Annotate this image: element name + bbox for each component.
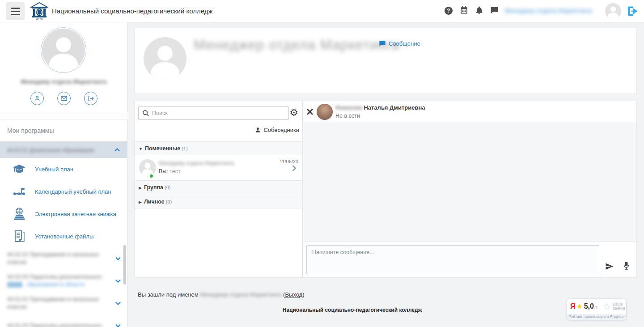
triangle-right-icon: ▶ bbox=[139, 186, 142, 190]
sidebar-active-program[interactable]: 44.02.01 Дошкольное образование bbox=[0, 142, 127, 158]
milestone-icon bbox=[12, 184, 27, 199]
section-personal[interactable]: ▶Личное(0) bbox=[135, 195, 302, 208]
program-title: 44.02.03 Педагогика дополнительного bbox=[7, 323, 102, 327]
calendar-icon[interactable] bbox=[459, 6, 469, 16]
messages-icon[interactable] bbox=[489, 6, 499, 16]
conversation-name: Менеджер отдела Маркетинга bbox=[159, 160, 234, 166]
sidebar-item-label: Электронная зачетная книжка bbox=[35, 211, 116, 217]
chat-partner-surname: Фамилия bbox=[335, 104, 362, 111]
gradebook-icon bbox=[12, 206, 27, 221]
topbar-user-name[interactable]: Менеджер отдела Маркетинга bbox=[504, 7, 602, 14]
sidebar-scrollbar[interactable] bbox=[123, 245, 126, 285]
conversation-date: 11/06/20 bbox=[280, 159, 298, 164]
message-input[interactable] bbox=[306, 245, 599, 274]
logout-link[interactable]: Выход bbox=[285, 291, 302, 298]
star-icon: ★ bbox=[576, 302, 582, 310]
sidebar-item-label: Календарный учебный план bbox=[35, 188, 111, 195]
triangle-right-icon: ▶ bbox=[139, 200, 142, 204]
sidebar-profile-name: Менеджер отдела Маркетинга bbox=[0, 78, 127, 85]
yandex-logo: Я bbox=[570, 302, 576, 311]
contacts-link[interactable]: Собеседники bbox=[255, 127, 299, 133]
yandex-rating-widget[interactable]: Я ★ 5,0 /5 ☆ Вашаоценка Рейтинг организа… bbox=[567, 299, 626, 320]
profile-name: Менеджер отдела Маркетинга bbox=[194, 37, 399, 53]
program-title: 44.02.03 Педагогика дополнительного bbox=[7, 274, 102, 280]
files-icon bbox=[12, 229, 27, 244]
sidebar-collapsed-program[interactable]: 44.02.03 Педагогика дополнительного обра… bbox=[0, 270, 127, 292]
my-programs-heading: Мои программы bbox=[0, 119, 127, 142]
logout-icon[interactable] bbox=[627, 5, 639, 17]
online-status-dot bbox=[149, 174, 154, 178]
chevron-down-icon bbox=[115, 323, 122, 327]
search-icon bbox=[142, 110, 149, 118]
chat-partner-name: Наталья Дмитриевна bbox=[364, 104, 425, 111]
notifications-bell-icon[interactable] bbox=[474, 6, 484, 16]
sidebar-collapsed-program[interactable]: 44.02.02 Преподавание в начальныхклассах bbox=[0, 292, 127, 314]
program-title: 44.02.02 Преподавание в начальных bbox=[7, 296, 99, 302]
yandex-widget-caption: Рейтинг организации в Яндексе bbox=[567, 314, 626, 320]
profile-header-card: Менеджер отдела Маркетинга Сообщение bbox=[134, 28, 637, 94]
email-icon[interactable] bbox=[57, 92, 71, 105]
chevron-down-icon bbox=[115, 278, 122, 285]
conversations-pane: ⚙ Собеседники ▼Помеченные(1) Менеджер от… bbox=[135, 101, 303, 277]
page: НСПК Национальный социально-педагогическ… bbox=[0, 0, 644, 327]
college-logo[interactable]: НСПК bbox=[30, 2, 48, 21]
chat-bubble-icon bbox=[379, 40, 386, 47]
settings-gear-icon[interactable]: ⚙ bbox=[289, 106, 298, 119]
section-group[interactable]: ▶Группа(0) bbox=[135, 180, 302, 194]
sidebar-item-setup-files[interactable]: Установочные файлы bbox=[0, 225, 127, 247]
chevron-down-icon bbox=[115, 300, 122, 307]
search-input[interactable] bbox=[152, 107, 286, 119]
chevron-up-icon bbox=[114, 147, 121, 153]
message-link-label: Сообщение bbox=[389, 40, 420, 47]
sidebar-collapsed-program[interactable]: 44.02.03 Педагогика дополнительного bbox=[0, 314, 127, 327]
star-outline-icon[interactable]: ☆ bbox=[603, 302, 611, 311]
sidebar-item-calendar-curriculum[interactable]: Календарный учебный план bbox=[0, 180, 127, 203]
chat-messages-area[interactable] bbox=[303, 123, 636, 242]
sidebar: Менеджер отдела Маркетинга Мои программы… bbox=[0, 22, 127, 327]
program-title: 44.02.02 Преподавание в начальных bbox=[7, 251, 99, 258]
sidebar-item-label: Установочные файлы bbox=[35, 233, 93, 240]
last-message-preview: тест bbox=[169, 168, 181, 174]
profile-avatar bbox=[144, 37, 186, 80]
chat-header: Фамилия Наталья Дмитриевна Не в сети bbox=[303, 101, 636, 123]
top-bar: НСПК Национальный социально-педагогическ… bbox=[0, 0, 644, 22]
chevron-down-icon bbox=[115, 255, 122, 262]
program-badge bbox=[7, 282, 22, 288]
site-title: Национальный социально-педагогический ко… bbox=[52, 0, 213, 22]
footer-college-name: Национальный социально-педагогический ко… bbox=[134, 307, 570, 313]
chat-partner-avatar bbox=[317, 104, 333, 120]
rating-value: 5,0 bbox=[584, 302, 594, 310]
sidebar-item-gradebook[interactable]: Электронная зачетная книжка bbox=[0, 203, 127, 225]
sidebar-collapsed-program[interactable]: 44.02.02 Преподавание в начальныхклассах bbox=[0, 247, 127, 270]
conversation-item[interactable]: Менеджер отдела Маркетинга Вы: тест 11/0… bbox=[135, 155, 302, 180]
sidebar-menu: Учебный план Календарный учебный план Эл… bbox=[0, 158, 127, 327]
sidebar-item-label: Учебный план bbox=[35, 166, 73, 173]
search-box bbox=[138, 106, 289, 120]
triangle-down-icon: ▼ bbox=[139, 147, 143, 151]
active-program-title: 44.02.01 Дошкольное образование bbox=[7, 147, 114, 153]
person-icon bbox=[255, 127, 261, 133]
svg-text:НСПК: НСПК bbox=[36, 18, 43, 21]
profile-icon[interactable] bbox=[30, 92, 44, 105]
contacts-label: Собеседники bbox=[263, 127, 299, 133]
topbar-avatar[interactable] bbox=[605, 3, 621, 19]
send-icon[interactable] bbox=[605, 262, 614, 272]
conversation-avatar bbox=[139, 159, 156, 176]
send-message-link[interactable]: Сообщение bbox=[379, 40, 420, 47]
messenger-panel: ⚙ Собеседники ▼Помеченные(1) Менеджер от… bbox=[134, 101, 637, 278]
section-starred[interactable]: ▼Помеченные(1) bbox=[135, 141, 302, 155]
help-icon[interactable]: ? bbox=[444, 6, 453, 16]
sidebar-quick-actions bbox=[0, 92, 127, 105]
graduation-cap-icon bbox=[12, 161, 27, 177]
rating-max: /5 bbox=[594, 306, 598, 310]
sidebar-item-curriculum[interactable]: Учебный план bbox=[0, 158, 127, 180]
logged-in-user-name: Менеджер отдела Маркетинга bbox=[200, 291, 281, 298]
microphone-icon[interactable] bbox=[623, 261, 630, 272]
sidebar-avatar[interactable] bbox=[41, 27, 86, 73]
chat-pane: Фамилия Наталья Дмитриевна Не в сети bbox=[303, 101, 636, 277]
exit-icon[interactable] bbox=[84, 92, 97, 105]
chevron-right-icon bbox=[292, 165, 297, 173]
chat-partner-status: Не в сети bbox=[335, 113, 360, 119]
hamburger-menu-button[interactable] bbox=[6, 2, 25, 20]
close-icon[interactable] bbox=[307, 109, 313, 116]
